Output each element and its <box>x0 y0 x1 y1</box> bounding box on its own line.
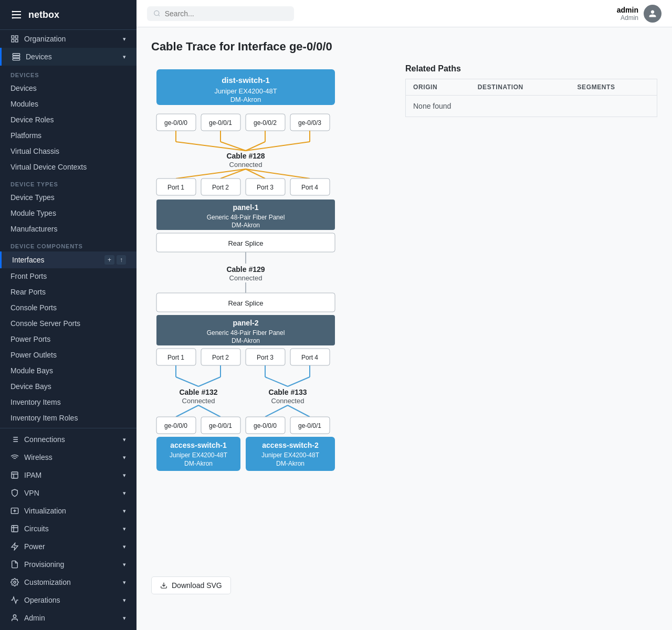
sidebar-item-modules[interactable]: Modules <box>0 96 136 112</box>
svg-point-0 <box>12 11 14 13</box>
sidebar-item-provisioning[interactable]: Provisioning ▾ <box>0 555 136 573</box>
sidebar-item-power[interactable]: Power ▾ <box>0 538 136 555</box>
svg-text:panel-2: panel-2 <box>233 319 258 327</box>
server-icon <box>12 52 20 61</box>
related-paths-table: ORIGIN DESTINATION SEGMENTS None found <box>405 79 657 117</box>
svg-text:Connected: Connected <box>229 274 262 282</box>
sidebar-item-device-types[interactable]: Device Types <box>0 190 136 205</box>
ipam-icon <box>10 471 19 479</box>
sidebar-item-wireless[interactable]: Wireless ▾ <box>0 448 136 466</box>
operations-label: Operations <box>24 596 60 604</box>
svg-line-87 <box>198 405 220 417</box>
svg-text:Rear Splice: Rear Splice <box>228 239 263 247</box>
svg-line-75 <box>176 377 198 386</box>
svg-text:panel-1: panel-1 <box>233 203 258 212</box>
svg-text:ge-0/0/1: ge-0/0/1 <box>209 119 232 127</box>
sidebar-item-module-bays[interactable]: Module Bays <box>0 363 136 379</box>
admin-label: Admin <box>24 614 45 622</box>
svg-rect-4 <box>15 36 18 38</box>
sidebar-item-customization[interactable]: Customization ▾ <box>0 573 136 591</box>
svg-text:Port 3: Port 3 <box>257 354 274 361</box>
svg-text:Cable #132: Cable #132 <box>179 388 217 396</box>
sidebar-item-virtualization[interactable]: Virtualization ▾ <box>0 502 136 520</box>
sidebar-item-organization[interactable]: Organization ▾ <box>0 30 136 48</box>
sidebar-item-virtual-chassis[interactable]: Virtual Chassis <box>0 143 136 159</box>
ops-icon <box>10 596 19 604</box>
connections-label: Connections <box>24 435 65 444</box>
svg-text:Port 4: Port 4 <box>301 184 318 191</box>
sidebar-item-console-server-ports[interactable]: Console Server Ports <box>0 316 136 331</box>
svg-text:access-switch-2: access-switch-2 <box>262 441 319 449</box>
sidebar-item-connections[interactable]: Connections ▾ <box>0 430 136 448</box>
svg-text:Port 1: Port 1 <box>167 184 184 191</box>
app-logo[interactable]: netbox <box>0 0 136 30</box>
power-icon <box>10 542 19 551</box>
svg-point-2 <box>12 17 14 19</box>
svg-text:ge-0/0/1: ge-0/0/1 <box>209 422 232 429</box>
svg-text:DM-Akron: DM-Akron <box>276 460 304 467</box>
svg-text:ge-0/0/1: ge-0/0/1 <box>298 422 321 429</box>
svg-text:DM-Akron: DM-Akron <box>184 460 213 467</box>
svg-text:Generic 48-Pair Fiber Panel: Generic 48-Pair Fiber Panel <box>207 214 285 221</box>
sidebar-item-inventory-item-roles[interactable]: Inventory Item Roles <box>0 410 136 426</box>
sidebar-item-devices[interactable]: Devices <box>0 80 136 96</box>
svg-line-29 <box>176 142 246 151</box>
svg-rect-3 <box>12 36 14 38</box>
sidebar-item-devices-category[interactable]: Devices ▾ <box>0 48 136 66</box>
sidebar-item-device-bays[interactable]: Device Bays <box>0 379 136 394</box>
svg-line-86 <box>176 405 198 417</box>
svg-line-88 <box>265 405 288 417</box>
customization-label: Customization <box>24 578 71 586</box>
svg-rect-5 <box>12 39 14 42</box>
user-role: Admin <box>617 14 638 22</box>
page-content: Cable Trace for Interface ge-0/0/0 dist-… <box>136 27 672 630</box>
sidebar-item-rear-ports[interactable]: Rear Ports <box>0 284 136 300</box>
sidebar-item-admin[interactable]: Admin ▾ <box>0 609 136 627</box>
svg-text:Port 4: Port 4 <box>301 354 318 361</box>
sidebar-item-inventory-items[interactable]: Inventory Items <box>0 394 136 410</box>
download-svg-button[interactable]: Download SVG <box>151 576 231 594</box>
sidebar-item-device-roles[interactable]: Device Roles <box>0 112 136 128</box>
sidebar-item-circuits[interactable]: Circuits ▾ <box>0 520 136 538</box>
sidebar-item-virtual-device-contexts[interactable]: Virtual Device Contexts <box>0 159 136 175</box>
interfaces-import-btn[interactable]: ↑ <box>117 255 126 265</box>
sidebar-item-platforms[interactable]: Platforms <box>0 128 136 143</box>
page-title: Cable Trace for Interface ge-0/0/0 <box>151 40 657 54</box>
svg-text:Cable #129: Cable #129 <box>226 265 265 274</box>
sidebar-item-operations[interactable]: Operations ▾ <box>0 591 136 609</box>
sidebar-item-ipam[interactable]: IPAM ▾ <box>0 466 136 484</box>
svg-text:ge-0/0/3: ge-0/0/3 <box>298 119 321 127</box>
sidebar-item-module-types[interactable]: Module Types <box>0 205 136 221</box>
prov-icon <box>10 560 19 569</box>
table-row-empty: None found <box>406 96 657 117</box>
svg-text:DM-Akron: DM-Akron <box>230 96 261 103</box>
svg-point-13 <box>13 615 16 617</box>
svg-point-14 <box>154 10 159 15</box>
org-chevron: ▾ <box>123 36 126 43</box>
sidebar-item-manufacturers[interactable]: Manufacturers <box>0 221 136 237</box>
sidebar-item-interfaces[interactable]: Interfaces + ↑ <box>0 251 136 268</box>
svg-text:ge-0/0/0: ge-0/0/0 <box>164 119 187 127</box>
download-icon <box>160 582 167 589</box>
search-box[interactable] <box>147 6 294 21</box>
sidebar-item-power-outlets[interactable]: Power Outlets <box>0 347 136 363</box>
svg-text:Juniper EX4200-48T: Juniper EX4200-48T <box>214 87 277 95</box>
svg-line-15 <box>159 15 160 16</box>
svg-line-38 <box>176 169 246 178</box>
wifi-icon <box>10 453 19 461</box>
sidebar-item-front-ports[interactable]: Front Ports <box>0 268 136 284</box>
search-input[interactable] <box>165 9 288 18</box>
sidebar-item-console-ports[interactable]: Console Ports <box>0 300 136 316</box>
col-segments: SEGMENTS <box>570 79 657 96</box>
avatar[interactable] <box>644 5 662 23</box>
circuits-icon <box>10 524 19 533</box>
logo-icon <box>10 8 23 21</box>
svg-rect-9 <box>13 58 19 60</box>
custom-icon <box>10 578 19 586</box>
svg-line-77 <box>198 377 220 386</box>
avatar-icon <box>648 9 657 18</box>
interfaces-add-btn[interactable]: + <box>104 255 114 265</box>
sidebar-item-vpn[interactable]: VPN ▾ <box>0 484 136 502</box>
sidebar-item-power-ports[interactable]: Power Ports <box>0 331 136 347</box>
svg-text:Cable #128: Cable #128 <box>226 152 265 160</box>
